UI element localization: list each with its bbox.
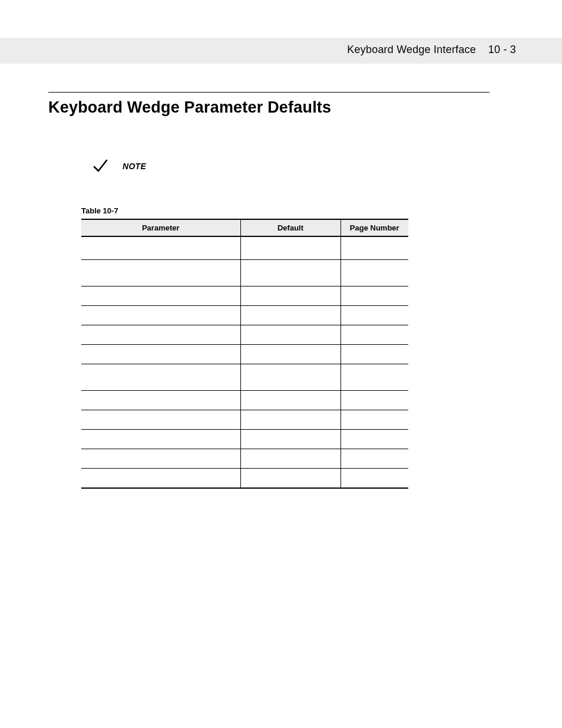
table-row <box>81 236 408 260</box>
table-row <box>81 345 408 364</box>
table-cell <box>340 364 408 391</box>
table-cell <box>81 325 240 345</box>
table-block: Table 10-7 Parameter Default Page Number <box>81 206 490 489</box>
table-cell <box>240 430 340 449</box>
table-row <box>81 430 408 449</box>
table-header-row: Parameter Default Page Number <box>81 219 408 236</box>
table-row <box>81 306 408 325</box>
table-row <box>81 410 408 430</box>
note-label: NOTE <box>123 162 146 171</box>
table-cell <box>81 410 240 430</box>
section-rule <box>48 92 490 93</box>
table-cell <box>81 391 240 410</box>
table-cell <box>240 391 340 410</box>
table-row <box>81 469 408 489</box>
table-row <box>81 325 408 345</box>
table-cell <box>340 236 408 260</box>
table-cell <box>340 306 408 325</box>
table-cell <box>240 325 340 345</box>
table-cell <box>240 449 340 469</box>
table-cell <box>240 410 340 430</box>
table-cell <box>81 430 240 449</box>
table-row <box>81 391 408 410</box>
table-cell <box>240 469 340 489</box>
table-cell <box>340 325 408 345</box>
page-header-band: Keyboard Wedge Interface 10 - 3 <box>0 38 562 64</box>
table-cell <box>340 286 408 306</box>
col-header-parameter: Parameter <box>81 219 240 236</box>
table-row <box>81 449 408 469</box>
table-cell <box>81 469 240 489</box>
table-cell <box>81 286 240 306</box>
note-block: NOTE <box>92 158 490 174</box>
table-cell <box>240 260 340 286</box>
table-cell <box>240 236 340 260</box>
table-cell <box>340 391 408 410</box>
table-cell <box>81 345 240 364</box>
check-icon <box>92 158 108 174</box>
running-header-page: 10 - 3 <box>488 44 516 55</box>
table-cell <box>240 345 340 364</box>
table-cell <box>81 364 240 391</box>
section-title: Keyboard Wedge Parameter Defaults <box>48 98 490 117</box>
running-header: Keyboard Wedge Interface 10 - 3 <box>347 44 516 56</box>
table-cell <box>340 430 408 449</box>
table-cell <box>81 260 240 286</box>
parameter-defaults-table: Parameter Default Page Number <box>81 219 408 489</box>
table-cell <box>340 469 408 489</box>
table-cell <box>340 410 408 430</box>
table-cell <box>340 449 408 469</box>
running-header-title: Keyboard Wedge Interface <box>347 44 476 55</box>
table-row <box>81 364 408 391</box>
table-cell <box>81 306 240 325</box>
table-cell <box>340 260 408 286</box>
table-row <box>81 286 408 306</box>
table-cell <box>240 364 340 391</box>
col-header-page-number: Page Number <box>340 219 408 236</box>
page-body: Keyboard Wedge Parameter Defaults NOTE T… <box>0 92 562 489</box>
table-row <box>81 260 408 286</box>
table-cell <box>81 236 240 260</box>
table-cell <box>240 286 340 306</box>
table-cell <box>81 449 240 469</box>
col-header-default: Default <box>240 219 340 236</box>
table-cell <box>340 345 408 364</box>
table-cell <box>240 306 340 325</box>
table-caption: Table 10-7 <box>81 206 490 215</box>
